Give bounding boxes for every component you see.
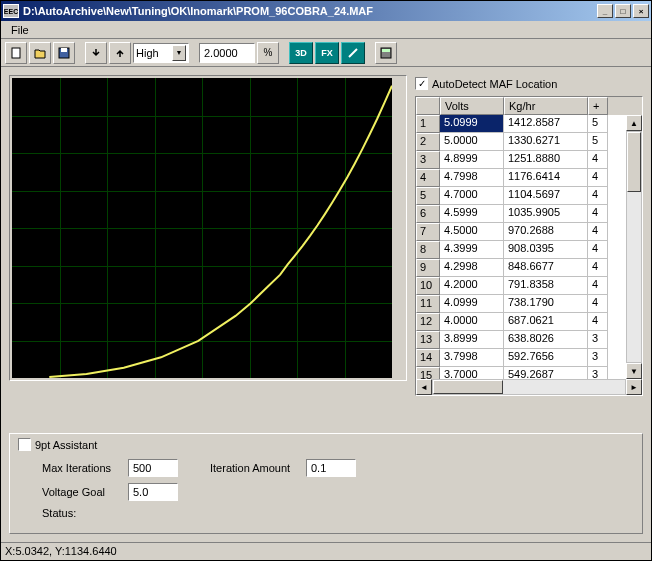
- cell-volts[interactable]: 4.3999: [440, 241, 504, 259]
- cell-extra[interactable]: 4: [588, 151, 608, 169]
- table-row[interactable]: 84.3999908.03954: [416, 241, 642, 259]
- cell-extra[interactable]: 4: [588, 169, 608, 187]
- scroll-left-icon[interactable]: ◄: [416, 379, 432, 395]
- cell-volts[interactable]: 4.0999: [440, 295, 504, 313]
- cell-kghr[interactable]: 908.0395: [504, 241, 588, 259]
- priority-select[interactable]: High ▼: [133, 43, 189, 63]
- cell-kghr[interactable]: 970.2688: [504, 223, 588, 241]
- cell-volts[interactable]: 4.2998: [440, 259, 504, 277]
- cell-volts[interactable]: 4.7000: [440, 187, 504, 205]
- max-iter-input[interactable]: [128, 459, 178, 477]
- table-row[interactable]: 64.59991035.99054: [416, 205, 642, 223]
- table-row[interactable]: 54.70001104.56974: [416, 187, 642, 205]
- cell-volts[interactable]: 3.7000: [440, 367, 504, 379]
- save-button[interactable]: [53, 42, 75, 64]
- cell-kghr[interactable]: 592.7656: [504, 349, 588, 367]
- table-row[interactable]: 143.7998592.76563: [416, 349, 642, 367]
- row-number[interactable]: 3: [416, 151, 440, 169]
- table-row[interactable]: 153.7000549.26873: [416, 367, 642, 379]
- cell-volts[interactable]: 4.7998: [440, 169, 504, 187]
- table-row[interactable]: 34.89991251.88804: [416, 151, 642, 169]
- cell-kghr[interactable]: 738.1790: [504, 295, 588, 313]
- row-number[interactable]: 12: [416, 313, 440, 331]
- row-number[interactable]: 11: [416, 295, 440, 313]
- cell-extra[interactable]: 4: [588, 241, 608, 259]
- new-button[interactable]: [5, 42, 27, 64]
- cell-extra[interactable]: 3: [588, 349, 608, 367]
- row-number[interactable]: 1: [416, 115, 440, 133]
- scroll-right-icon[interactable]: ►: [626, 379, 642, 395]
- cell-volts[interactable]: 4.0000: [440, 313, 504, 331]
- chart[interactable]: [12, 78, 392, 378]
- cell-extra[interactable]: 4: [588, 223, 608, 241]
- cell-extra[interactable]: 4: [588, 295, 608, 313]
- 3d-button[interactable]: 3D: [289, 42, 313, 64]
- row-number[interactable]: 8: [416, 241, 440, 259]
- autodetect-checkbox[interactable]: ✓: [415, 77, 428, 90]
- col-volts[interactable]: Volts: [440, 97, 504, 115]
- scrollbar-horizontal[interactable]: ◄ ►: [416, 379, 642, 395]
- cell-volts[interactable]: 4.2000: [440, 277, 504, 295]
- row-number[interactable]: 15: [416, 367, 440, 379]
- row-number[interactable]: 14: [416, 349, 440, 367]
- cell-kghr[interactable]: 1330.6271: [504, 133, 588, 151]
- open-button[interactable]: [29, 42, 51, 64]
- table-row[interactable]: 44.79981176.64144: [416, 169, 642, 187]
- col-extra[interactable]: +: [588, 97, 608, 115]
- row-number[interactable]: 7: [416, 223, 440, 241]
- table-row[interactable]: 15.09991412.85875: [416, 115, 642, 133]
- row-number[interactable]: 9: [416, 259, 440, 277]
- titlebar[interactable]: EEC D:\AutoArchive\New\Tuning\OK\Inomark…: [1, 1, 651, 21]
- row-number[interactable]: 6: [416, 205, 440, 223]
- cell-kghr[interactable]: 1035.9905: [504, 205, 588, 223]
- table-row[interactable]: 114.0999738.17904: [416, 295, 642, 313]
- table-row[interactable]: 133.8999638.80263: [416, 331, 642, 349]
- scroll-down-icon[interactable]: ▼: [626, 363, 642, 379]
- cell-extra[interactable]: 4: [588, 205, 608, 223]
- scroll-thumb-h[interactable]: [433, 380, 503, 394]
- arrow-down-button[interactable]: [85, 42, 107, 64]
- maximize-button[interactable]: □: [615, 4, 631, 18]
- fx-button[interactable]: FX: [315, 42, 339, 64]
- table-row[interactable]: 74.5000970.26884: [416, 223, 642, 241]
- cell-volts[interactable]: 4.8999: [440, 151, 504, 169]
- number-input[interactable]: [199, 43, 255, 63]
- cell-kghr[interactable]: 1176.6414: [504, 169, 588, 187]
- cell-kghr[interactable]: 791.8358: [504, 277, 588, 295]
- cell-extra[interactable]: 3: [588, 367, 608, 379]
- row-number[interactable]: 5: [416, 187, 440, 205]
- cell-extra[interactable]: 4: [588, 187, 608, 205]
- row-number[interactable]: 4: [416, 169, 440, 187]
- cell-extra[interactable]: 5: [588, 115, 608, 133]
- table-row[interactable]: 25.00001330.62715: [416, 133, 642, 151]
- cell-volts[interactable]: 5.0999: [440, 115, 504, 133]
- cell-kghr[interactable]: 1412.8587: [504, 115, 588, 133]
- row-number[interactable]: 10: [416, 277, 440, 295]
- cell-extra[interactable]: 4: [588, 277, 608, 295]
- scroll-up-icon[interactable]: ▲: [626, 115, 642, 131]
- cell-kghr[interactable]: 1104.5697: [504, 187, 588, 205]
- cell-volts[interactable]: 3.8999: [440, 331, 504, 349]
- percent-button[interactable]: %: [257, 42, 279, 64]
- tool-button-1[interactable]: [341, 42, 365, 64]
- calculator-button[interactable]: [375, 42, 397, 64]
- rowheader-blank[interactable]: [416, 97, 440, 115]
- cell-extra[interactable]: 5: [588, 133, 608, 151]
- col-kghr[interactable]: Kg/hr: [504, 97, 588, 115]
- voltage-input[interactable]: [128, 483, 178, 501]
- table-row[interactable]: 104.2000791.83584: [416, 277, 642, 295]
- scrollbar-vertical[interactable]: ▲ ▼: [626, 115, 642, 379]
- row-number[interactable]: 13: [416, 331, 440, 349]
- table-row[interactable]: 124.0000687.06214: [416, 313, 642, 331]
- cell-kghr[interactable]: 549.2687: [504, 367, 588, 379]
- cell-extra[interactable]: 3: [588, 331, 608, 349]
- arrow-up-button[interactable]: [109, 42, 131, 64]
- close-button[interactable]: ×: [633, 4, 649, 18]
- assistant-checkbox[interactable]: [18, 438, 31, 451]
- table-row[interactable]: 94.2998848.66774: [416, 259, 642, 277]
- cell-kghr[interactable]: 638.8026: [504, 331, 588, 349]
- scroll-thumb-v[interactable]: [627, 132, 641, 192]
- iter-amt-input[interactable]: [306, 459, 356, 477]
- cell-extra[interactable]: 4: [588, 313, 608, 331]
- cell-kghr[interactable]: 1251.8880: [504, 151, 588, 169]
